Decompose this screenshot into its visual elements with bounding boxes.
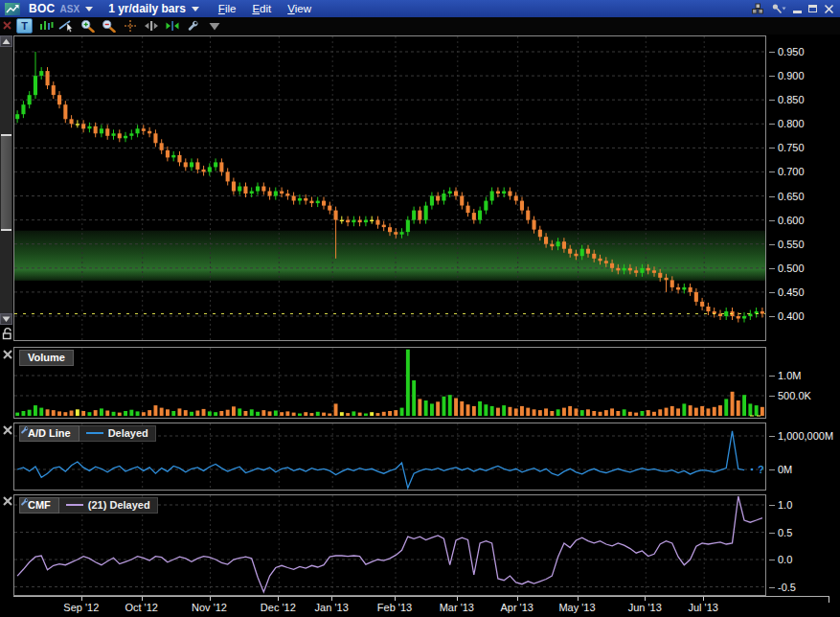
price-axis-label: 0.600 (778, 215, 805, 226)
title-bar: BOC ASX 1 yr/daily bars File Edit View (0, 0, 840, 17)
period-dropdown-caret[interactable] (192, 7, 199, 11)
cmf-axis-label: -0.5 (778, 582, 796, 593)
date-axis-end-tick (829, 597, 829, 603)
date-axis-label: Jun '13 (628, 602, 662, 613)
date-axis-tick (81, 597, 82, 601)
cmf-panel: CMF (21) Delayed (13, 494, 766, 596)
scrollbar-thumb[interactable] (1, 134, 11, 231)
modules-icon[interactable] (751, 3, 764, 14)
ad-panel-close-button[interactable] (2, 424, 12, 435)
symbol-label[interactable]: BOC (29, 2, 56, 15)
drawing-toolbar: T (0, 17, 840, 34)
cmf-legend-text: (21) Delayed (88, 499, 150, 511)
date-axis-label: Apr '13 (500, 602, 534, 613)
menu-file[interactable]: File (218, 3, 237, 14)
volume-panel-close-button[interactable] (2, 349, 12, 359)
ad-settings-wrench-icon[interactable] (19, 425, 30, 436)
price-chart-panel (13, 35, 766, 341)
date-axis-label: Jan '13 (315, 602, 349, 613)
price-axis-label: 0.400 (778, 310, 805, 322)
more-tools-dropdown[interactable] (206, 18, 222, 34)
date-axis-tick (457, 597, 458, 601)
date-axis-label: Dec '12 (261, 602, 296, 613)
volume-panel-label: Volume (19, 350, 74, 366)
date-axis-label: Mar '13 (440, 602, 474, 613)
date-axis-label: Sep '12 (63, 602, 99, 613)
charting-app-window: BOC ASX 1 yr/daily bars File Edit View (0, 0, 840, 617)
ad-axis-label: 1,000,000M (778, 430, 833, 442)
date-axis-label: Oct '12 (125, 602, 158, 613)
date-axis-tick (703, 597, 704, 601)
price-axis-label: 0.700 (778, 166, 805, 177)
cmf-legend: (21) Delayed (59, 497, 158, 514)
date-axis-tick (210, 597, 211, 601)
pin-icon[interactable] (771, 3, 786, 14)
ad-legend: Delayed (79, 425, 156, 442)
cmf-axis-label: 1.0 (778, 499, 792, 511)
date-axis-label: Feb '13 (377, 602, 412, 613)
price-axis-label: 0.550 (778, 239, 805, 250)
price-axis-label: 0.950 (778, 46, 805, 57)
window-controls (751, 3, 834, 14)
zoom-out-button[interactable] (101, 18, 117, 34)
close-button[interactable] (824, 4, 834, 14)
right-axis-gutter: 0.9500.9000.8500.8000.7500.7000.6500.600… (767, 34, 840, 600)
zoom-in-button[interactable] (79, 18, 96, 34)
date-axis-tick (578, 597, 579, 601)
ad-axis-label: 0M (778, 464, 792, 475)
exchange-label: ASX (60, 4, 80, 14)
price-axis-label: 0.850 (778, 94, 805, 105)
date-axis-tick (645, 597, 646, 601)
toolbar-close-icon[interactable] (2, 18, 13, 34)
price-axis-label: 0.800 (778, 118, 805, 129)
date-axis-label: Jul '13 (688, 602, 717, 613)
bar-style-button[interactable] (37, 18, 54, 34)
volume-plot[interactable] (14, 348, 765, 418)
date-axis-label: May '13 (558, 602, 595, 613)
symbol-dropdown-caret[interactable] (85, 7, 93, 11)
chart-area: Volume A/D Line Delayed ? CMF (0, 34, 840, 617)
date-axis-tick (517, 597, 518, 601)
text-tool-button[interactable]: T (16, 18, 33, 34)
expand-bars-button[interactable] (143, 18, 159, 34)
menu-bar: File Edit View (218, 3, 311, 14)
menu-edit[interactable]: Edit (252, 3, 271, 14)
price-vertical-scrollbar[interactable] (0, 35, 12, 325)
menu-view[interactable]: View (287, 3, 311, 14)
app-logo-icon (5, 3, 20, 15)
price-axis-label: 0.650 (778, 191, 805, 202)
scroll-down-button[interactable] (0, 313, 12, 325)
date-axis-label: Nov '12 (192, 602, 227, 613)
crosshair-tool-button[interactable] (122, 18, 138, 34)
settings-wrench-button[interactable] (185, 18, 201, 34)
date-axis-tick (142, 597, 143, 601)
svg-text:?: ? (758, 464, 764, 475)
price-axis-label: 0.900 (778, 70, 805, 81)
volume-axis-label: 500.0K (778, 390, 811, 401)
price-chart-plot[interactable] (14, 36, 765, 340)
cmf-settings-wrench-icon[interactable] (19, 497, 30, 508)
cmf-panel-close-button[interactable] (2, 495, 12, 506)
date-axis-tick (395, 597, 396, 601)
price-axis-label: 0.500 (778, 263, 805, 274)
cmf-axis-label: 0.5 (778, 527, 792, 538)
date-axis-tick (331, 597, 332, 601)
restore-button[interactable] (808, 5, 817, 12)
trendline-tool-button[interactable] (58, 18, 75, 34)
date-axis-tick (278, 597, 279, 601)
minimize-button[interactable] (793, 11, 802, 13)
ad-line-sample (86, 432, 103, 434)
period-selector[interactable]: 1 yr/daily bars (108, 2, 186, 15)
price-axis-label: 0.450 (778, 286, 805, 298)
scale-lock-icon[interactable] (1, 327, 13, 344)
volume-axis-label: 1.0M (778, 370, 801, 381)
price-axis-label: 0.750 (778, 142, 805, 153)
volume-panel: Volume (13, 347, 766, 419)
compress-bars-button[interactable] (164, 18, 180, 34)
ad-legend-text: Delayed (108, 427, 148, 439)
cmf-axis-label: 0.0 (778, 554, 792, 565)
ad-line-panel: A/D Line Delayed ? (13, 423, 766, 491)
scroll-up-button[interactable] (0, 35, 12, 47)
date-axis: Sep '12Oct '12Nov '12Dec '12Jan '13Feb '… (13, 596, 829, 616)
cmf-line-sample (66, 504, 83, 506)
